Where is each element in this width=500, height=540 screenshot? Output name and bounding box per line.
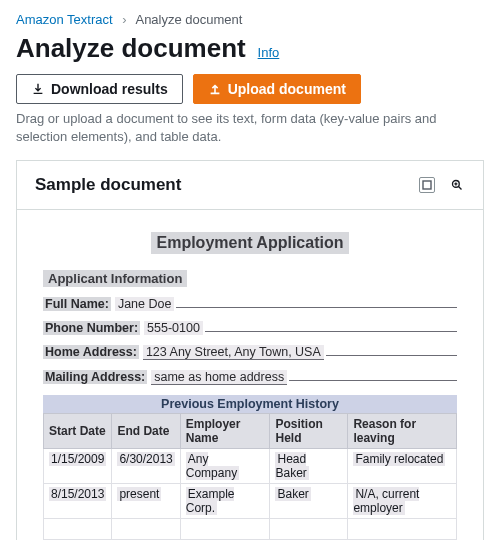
table-row xyxy=(44,519,457,540)
table-title: Previous Employment History xyxy=(43,395,457,413)
table-row: 8/15/2013presentExample Corp.BakerN/A, c… xyxy=(44,484,457,519)
doc-title: Employment Application xyxy=(151,232,350,254)
table-cell: 8/15/2013 xyxy=(44,484,112,519)
table-cell: Any Company xyxy=(180,449,270,484)
table-cell: Baker xyxy=(270,484,348,519)
table-header: End Date xyxy=(112,414,180,449)
table-row: 1/15/20096/30/2013Any CompanyHead BakerF… xyxy=(44,449,457,484)
employment-history-table: Start DateEnd DateEmployer NamePosition … xyxy=(43,413,457,540)
upload-button-label: Upload document xyxy=(228,81,346,97)
label-home-address: Home Address: xyxy=(43,345,139,359)
field-fullname: Full Name: Jane Doe xyxy=(43,295,457,311)
svg-rect-0 xyxy=(423,181,431,189)
table-header: Position Held xyxy=(270,414,348,449)
value-home-address: 123 Any Street, Any Town, USA xyxy=(143,345,324,360)
table-cell: 6/30/2013 xyxy=(112,449,180,484)
table-cell xyxy=(270,519,348,540)
table-cell: N/A, current employer xyxy=(348,484,457,519)
label-fullname: Full Name: xyxy=(43,297,111,311)
page-title: Analyze document xyxy=(16,33,246,64)
breadcrumb-current: Analyze document xyxy=(135,12,242,27)
table-cell: Head Baker xyxy=(270,449,348,484)
section-applicant-info: Applicant Information xyxy=(43,270,187,287)
label-mailing-address: Mailing Address: xyxy=(43,370,147,384)
table-header: Reason for leaving xyxy=(348,414,457,449)
value-mailing-address: same as home address xyxy=(151,370,287,385)
table-cell xyxy=(348,519,457,540)
value-phone: 555-0100 xyxy=(144,321,203,335)
download-button-label: Download results xyxy=(51,81,168,97)
table-cell: Example Corp. xyxy=(180,484,270,519)
download-results-button[interactable]: Download results xyxy=(16,74,183,104)
table-cell xyxy=(112,519,180,540)
download-icon xyxy=(31,82,45,96)
sample-document-panel: Sample document Employment Application A… xyxy=(16,160,484,540)
table-cell: present xyxy=(112,484,180,519)
zoom-in-icon[interactable] xyxy=(449,177,465,193)
info-link[interactable]: Info xyxy=(258,45,280,60)
table-cell xyxy=(44,519,112,540)
panel-title: Sample document xyxy=(35,175,419,195)
table-header: Employer Name xyxy=(180,414,270,449)
document-preview: Employment Application Applicant Informa… xyxy=(43,232,457,540)
label-phone: Phone Number: xyxy=(43,321,140,335)
field-phone: Phone Number: 555-0100 xyxy=(43,319,457,335)
table-cell xyxy=(180,519,270,540)
chevron-right-icon: › xyxy=(122,12,126,27)
employment-history-section: Previous Employment History Start DateEn… xyxy=(43,395,457,540)
table-cell: Family relocated xyxy=(348,449,457,484)
breadcrumb-root[interactable]: Amazon Textract xyxy=(16,12,113,27)
field-mailing-address: Mailing Address: same as home address xyxy=(43,368,457,385)
breadcrumb: Amazon Textract › Analyze document xyxy=(16,12,484,27)
help-text: Drag or upload a document to see its tex… xyxy=(16,110,484,146)
field-home-address: Home Address: 123 Any Street, Any Town, … xyxy=(43,343,457,360)
page-header: Analyze document Info xyxy=(16,33,484,64)
value-fullname: Jane Doe xyxy=(115,297,175,311)
view-mode-icon[interactable] xyxy=(419,177,435,193)
table-header: Start Date xyxy=(44,414,112,449)
table-cell: 1/15/2009 xyxy=(44,449,112,484)
upload-icon xyxy=(208,82,222,96)
upload-document-button[interactable]: Upload document xyxy=(193,74,361,104)
